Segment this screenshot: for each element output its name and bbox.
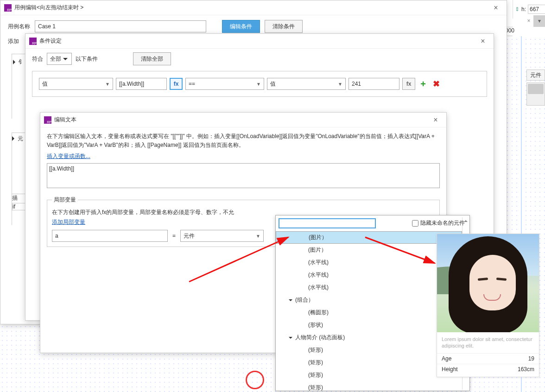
widget-list-item[interactable]: (水平线) — [276, 256, 462, 269]
match-suffix: 以下条件 — [76, 55, 98, 63]
add-local-var-link[interactable]: 添加局部变量 — [52, 219, 85, 225]
close-icon[interactable]: × — [489, 4, 503, 12]
edit-text-titlebar: 编辑文本 × — [40, 113, 446, 127]
insert-var-link[interactable]: 插入变量或函数... — [47, 153, 90, 159]
widget-list-item[interactable]: 人物简介 (动态面板) — [276, 331, 462, 344]
triangle-icon — [12, 136, 17, 141]
cond-type-1-select[interactable]: 值▼ — [39, 78, 113, 90]
h-label: h: — [521, 6, 526, 13]
condition-title: 条件设定 — [39, 37, 476, 45]
case-name-input[interactable] — [35, 20, 206, 32]
hide-unnamed-cb[interactable] — [412, 220, 418, 227]
widget-search-input[interactable] — [279, 218, 376, 228]
expression-textarea[interactable] — [47, 163, 440, 188]
hide-unnamed-checkbox[interactable]: 隐藏未命名的元件 — [412, 219, 465, 227]
widget-list-item[interactable]: (矩形) — [276, 344, 462, 356]
widget-list-item[interactable]: (矩形) — [276, 381, 462, 391]
clear-condition-button[interactable]: 清除条件 — [265, 20, 303, 33]
side-panel-label: 元件 — [526, 70, 545, 81]
triangle-icon — [13, 60, 18, 64]
match-prefix: 符合 — [32, 55, 43, 63]
h-input[interactable] — [528, 5, 545, 14]
edit-text-description: 在下方编辑区输入文本，变量名称或表达式要写在 "[[""]]" 中。例如：插入变… — [47, 132, 440, 150]
widget-list-item[interactable]: (组合） — [276, 294, 462, 306]
tab-dropdown-icon[interactable]: ▾ — [533, 15, 545, 27]
cond-type-2-select[interactable]: 值▼ — [267, 78, 346, 90]
widget-list-item[interactable]: (水平线) — [276, 281, 462, 294]
scrollbar[interactable] — [526, 82, 545, 106]
cond-value-1-input[interactable] — [116, 78, 167, 90]
equals-label: = — [172, 233, 176, 239]
widget-list-item[interactable]: (图片） — [276, 231, 462, 244]
tab-right-controls: × ▾ — [513, 14, 545, 28]
widget-list-item[interactable]: (图片） — [276, 244, 462, 256]
left-stub-1: 钅 — [12, 54, 25, 119]
rp-icon — [4, 4, 12, 12]
case-editor-title: 用例编辑<向左拖动结束时 > — [14, 4, 489, 12]
case-name-label: 用例名称 — [8, 23, 30, 31]
rp-icon — [29, 38, 37, 45]
widget-list-item[interactable]: (矩形) — [276, 369, 462, 381]
remove-condition-icon[interactable]: ✖ — [431, 79, 441, 89]
side-panel-peek: 元件 — [526, 70, 545, 111]
close-icon[interactable]: × — [476, 37, 490, 45]
add-condition-icon[interactable]: + — [418, 79, 428, 89]
left-stub-2: 元 描 if — [12, 133, 25, 225]
widget-list-item[interactable]: (形状) — [276, 319, 462, 331]
cond-value-2-input[interactable] — [349, 78, 399, 90]
condition-titlebar: 条件设定 × — [25, 34, 494, 49]
heart-circle-icon — [246, 371, 264, 389]
local-vars-legend: 局部变量 — [52, 196, 78, 204]
fx-button[interactable]: fx — [402, 78, 415, 90]
local-var-name-input[interactable] — [52, 230, 168, 242]
condition-row: 值▼ fx ==▼ 值▼ fx + ✖ — [39, 78, 480, 90]
edit-text-title: 编辑文本 — [54, 116, 429, 124]
match-select[interactable]: 全部 — [47, 53, 72, 65]
match-row: 符合 全部 以下条件 清除全部 — [32, 52, 487, 65]
widget-list-item[interactable]: (椭圆形) — [276, 306, 462, 319]
card-age-row: Age19 — [437, 353, 539, 364]
condition-box: 值▼ fx ==▼ 值▼ fx + ✖ — [32, 71, 487, 97]
cond-operator-select[interactable]: ==▼ — [185, 78, 264, 90]
close-icon[interactable]: × — [429, 116, 443, 124]
fx-button-active[interactable]: fx — [170, 78, 183, 90]
widget-list-item[interactable]: (矩形) — [276, 356, 462, 369]
card-image — [437, 234, 539, 332]
clear-all-button[interactable]: 清除全部 — [133, 52, 171, 65]
height-icon: ⇕ — [515, 6, 520, 13]
rp-icon — [44, 116, 51, 124]
widget-list[interactable]: (图片）(图片）(水平线)(水平线)(水平线)(组合）(椭圆形)(形状)人物简介… — [276, 231, 462, 391]
tab-close-icon[interactable]: × — [524, 18, 533, 24]
case-editor-titlebar: 用例编辑<向左拖动结束时 > × — [0, 0, 507, 15]
edit-condition-button[interactable]: 编辑条件 — [222, 20, 260, 33]
card-lorem: Lorem ipsum dolor sit amet, consectetur … — [437, 332, 539, 353]
widget-list-item[interactable]: (水平线) — [276, 269, 462, 281]
card-height-row: Height163cm — [437, 364, 539, 374]
local-var-type-select[interactable]: 元件▼ — [180, 230, 264, 242]
preview-card: Lorem ipsum dolor sit amet, consectetur … — [437, 234, 539, 377]
